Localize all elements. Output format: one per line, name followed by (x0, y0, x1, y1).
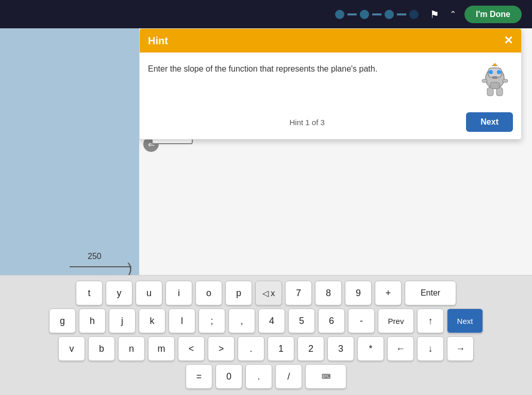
key-p[interactable]: p (225, 281, 252, 305)
dot-1 (335, 10, 344, 19)
key-slash[interactable]: / (275, 364, 302, 389)
hint-text: Enter the slope of the function that rep… (148, 63, 477, 75)
keyboard-area: t y u i o p ◁ x 7 8 9 + Enter g h j k l … (0, 275, 532, 395)
top-bar: ⚑ ⌃ I'm Done (0, 0, 532, 28)
keyboard-row-2: g h j k l ; , 4 5 6 - Prev ↑ Next (0, 308, 532, 333)
key-left[interactable]: ← (387, 336, 414, 361)
key-0[interactable]: 0 (215, 364, 242, 389)
hint-counter: Hint 1 of 3 (148, 118, 466, 127)
keyboard-row-4: = 0 . / ⌨ (0, 364, 532, 389)
key-up[interactable]: ↑ (417, 308, 444, 333)
left-paren: ) (127, 260, 132, 277)
key-next[interactable]: Next (447, 308, 483, 333)
flag-icon: ⚑ (430, 8, 439, 21)
svg-rect-8 (482, 79, 487, 82)
key-8[interactable]: 8 (315, 281, 342, 305)
svg-point-10 (493, 63, 496, 66)
key-asterisk[interactable]: * (357, 336, 384, 361)
keyboard-row-1: t y u i o p ◁ x 7 8 9 + Enter (0, 281, 532, 305)
key-7[interactable]: 7 (285, 281, 312, 305)
key-backspace[interactable]: ◁ x (255, 281, 282, 305)
key-9[interactable]: 9 (345, 281, 372, 305)
key-t[interactable]: t (76, 281, 103, 305)
key-prev[interactable]: Prev (378, 308, 414, 333)
key-semicolon[interactable]: ; (198, 308, 225, 333)
hint-footer: Hint 1 of 3 Next (140, 107, 521, 139)
left-panel-line (70, 266, 131, 267)
chevron-up-icon[interactable]: ⌃ (450, 9, 456, 19)
left-panel-number: 250 (88, 252, 102, 261)
dot-2 (360, 10, 369, 19)
dot-3 (385, 10, 394, 19)
hint-next-button[interactable]: Next (466, 112, 513, 132)
key-right[interactable]: → (447, 336, 474, 361)
dot-connector-1 (347, 13, 357, 15)
key-comma[interactable]: , (228, 308, 255, 333)
svg-rect-7 (490, 82, 500, 89)
progress-dots (335, 10, 419, 19)
key-4[interactable]: 4 (258, 308, 285, 333)
key-y[interactable]: y (106, 281, 132, 305)
hint-modal: Hint ✕ Enter the slope of the function t… (139, 28, 522, 140)
key-minus[interactable]: - (348, 308, 375, 333)
dot-connector-2 (372, 13, 381, 15)
key-lt[interactable]: < (178, 336, 205, 361)
key-i[interactable]: i (165, 281, 192, 305)
key-k[interactable]: k (139, 308, 165, 333)
hint-header: Hint ✕ (140, 29, 521, 53)
key-j[interactable]: j (109, 308, 136, 333)
key-plus[interactable]: + (375, 281, 402, 305)
key-2[interactable]: 2 (297, 336, 324, 361)
svg-rect-9 (503, 79, 508, 82)
key-o[interactable]: o (195, 281, 222, 305)
key-3[interactable]: 3 (327, 336, 354, 361)
key-u[interactable]: u (136, 281, 162, 305)
hint-title: Hint (148, 35, 168, 47)
key-dot2[interactable]: . (245, 364, 272, 389)
hint-body: Enter the slope of the function that rep… (140, 53, 521, 107)
im-done-button[interactable]: I'm Done (464, 6, 522, 23)
key-6[interactable]: 6 (318, 308, 345, 333)
dot-connector-3 (397, 13, 406, 15)
robot-icon (477, 63, 513, 99)
hint-close-button[interactable]: ✕ (504, 34, 513, 47)
key-l[interactable]: l (169, 308, 195, 333)
key-v[interactable]: v (58, 336, 85, 361)
key-down[interactable]: ↓ (417, 336, 444, 361)
key-1[interactable]: 1 (268, 336, 294, 361)
svg-point-3 (497, 70, 501, 74)
svg-rect-4 (492, 76, 497, 79)
key-enter[interactable]: Enter (405, 281, 456, 305)
key-5[interactable]: 5 (288, 308, 315, 333)
keyboard-row-3: v b n m < > . 1 2 3 * ← ↓ → (0, 336, 532, 361)
key-keyboard-toggle[interactable]: ⌨ (305, 364, 346, 389)
key-n[interactable]: n (118, 336, 145, 361)
key-h[interactable]: h (79, 308, 106, 333)
key-period[interactable]: . (238, 336, 264, 361)
key-b[interactable]: b (88, 336, 115, 361)
dot-4 (409, 10, 419, 19)
key-gt[interactable]: > (208, 336, 235, 361)
key-equals[interactable]: = (186, 364, 212, 389)
svg-point-2 (489, 70, 493, 74)
key-g[interactable]: g (49, 308, 76, 333)
key-m[interactable]: m (148, 336, 175, 361)
